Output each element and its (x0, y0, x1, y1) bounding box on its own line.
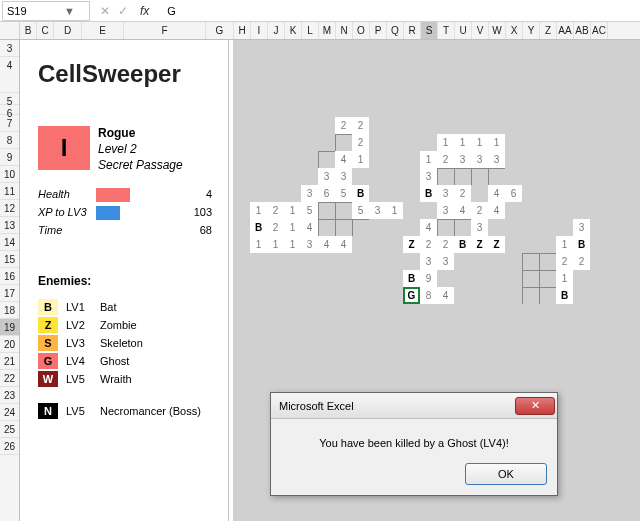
grid-cell[interactable] (352, 219, 369, 236)
col-header-K[interactable]: K (285, 22, 302, 39)
grid-cell[interactable]: 2 (437, 151, 454, 168)
grid-cell[interactable] (454, 168, 471, 185)
grid-cell[interactable]: B (403, 270, 420, 287)
grid-cell[interactable]: 3 (301, 236, 318, 253)
grid-cell[interactable]: 1 (284, 236, 301, 253)
grid-cell[interactable]: 1 (386, 202, 403, 219)
row-header-8[interactable]: 8 (0, 132, 19, 149)
grid-cell[interactable]: 5 (352, 202, 369, 219)
col-header-N[interactable]: N (336, 22, 353, 39)
row-header-10[interactable]: 10 (0, 166, 19, 183)
grid-cell[interactable]: 3 (420, 253, 437, 270)
grid-cell[interactable]: 1 (250, 202, 267, 219)
col-header-R[interactable]: R (404, 22, 421, 39)
grid-cell[interactable] (522, 253, 539, 270)
grid-cell[interactable]: 4 (488, 202, 505, 219)
grid-cell[interactable]: 3 (318, 168, 335, 185)
grid-cell[interactable]: B (454, 236, 471, 253)
grid-cell[interactable]: 3 (454, 151, 471, 168)
grid-cell[interactable]: 1 (284, 202, 301, 219)
grid-cell[interactable]: 1 (437, 134, 454, 151)
grid-cell[interactable]: 2 (352, 134, 369, 151)
col-header-AA[interactable]: AA (557, 22, 574, 39)
grid-cell[interactable]: 1 (250, 236, 267, 253)
col-header-W[interactable]: W (489, 22, 506, 39)
grid-cell[interactable]: 4 (454, 202, 471, 219)
grid-cell[interactable]: 4 (301, 219, 318, 236)
grid-cell[interactable]: 1 (556, 236, 573, 253)
col-header-C[interactable]: C (37, 22, 54, 39)
grid-cell[interactable]: 4 (335, 236, 352, 253)
row-header-13[interactable]: 13 (0, 217, 19, 234)
grid-cell[interactable]: 2 (556, 253, 573, 270)
ok-button[interactable]: OK (465, 463, 547, 485)
col-header-E[interactable]: E (82, 22, 124, 39)
grid-cell[interactable]: 1 (488, 134, 505, 151)
col-header-Z[interactable]: Z (540, 22, 557, 39)
select-all-corner[interactable] (0, 22, 20, 39)
row-header-23[interactable]: 23 (0, 387, 19, 404)
grid-cell[interactable]: 2 (454, 185, 471, 202)
grid-cell[interactable]: 4 (318, 236, 335, 253)
col-header-Q[interactable]: Q (387, 22, 404, 39)
grid-cell[interactable]: 3 (335, 168, 352, 185)
row-header-20[interactable]: 20 (0, 336, 19, 353)
grid-cell[interactable]: 2 (573, 253, 590, 270)
col-header-O[interactable]: O (353, 22, 370, 39)
grid-cell[interactable]: 4 (335, 151, 352, 168)
grid-cell[interactable]: 2 (267, 202, 284, 219)
grid-cell[interactable]: G (403, 287, 420, 304)
dialog-titlebar[interactable]: Microsoft Excel ✕ (271, 393, 557, 419)
grid-cell[interactable]: 1 (420, 151, 437, 168)
cancel-icon[interactable]: ✕ (100, 4, 110, 18)
grid-cell[interactable]: 5 (301, 202, 318, 219)
grid-cell[interactable] (437, 168, 454, 185)
grid-cell[interactable] (522, 287, 539, 304)
name-box[interactable]: S19 ▼ (2, 1, 90, 21)
row-header-11[interactable]: 11 (0, 183, 19, 200)
grid-cell[interactable]: Z (488, 236, 505, 253)
col-header-S[interactable]: S (421, 22, 438, 39)
grid-cell[interactable]: B (250, 219, 267, 236)
grid-cell[interactable] (335, 134, 352, 151)
grid-cell[interactable]: 6 (318, 185, 335, 202)
col-header-D[interactable]: D (54, 22, 82, 39)
col-header-AB[interactable]: AB (574, 22, 591, 39)
grid-cell[interactable]: B (352, 185, 369, 202)
grid-cell[interactable]: 2 (471, 202, 488, 219)
grid-cell[interactable] (318, 219, 335, 236)
row-header-17[interactable]: 17 (0, 285, 19, 302)
grid-cell[interactable] (471, 168, 488, 185)
col-header-G[interactable]: G (206, 22, 234, 39)
grid-cell[interactable]: 1 (267, 236, 284, 253)
row-header-21[interactable]: 21 (0, 353, 19, 370)
row-header-18[interactable]: 18 (0, 302, 19, 319)
grid-cell[interactable] (318, 202, 335, 219)
grid-cell[interactable] (488, 168, 505, 185)
row-header-19[interactable]: 19 (0, 319, 19, 336)
row-header-9[interactable]: 9 (0, 149, 19, 166)
row-header-25[interactable]: 25 (0, 421, 19, 438)
col-header-P[interactable]: P (370, 22, 387, 39)
grid-cell[interactable]: 3 (471, 151, 488, 168)
grid-cell[interactable]: 5 (335, 185, 352, 202)
col-header-X[interactable]: X (506, 22, 523, 39)
grid-cell[interactable]: B (420, 185, 437, 202)
grid-cell[interactable]: 4 (488, 185, 505, 202)
grid-cell[interactable]: 3 (437, 185, 454, 202)
grid-cell[interactable]: 1 (454, 134, 471, 151)
grid-cell[interactable]: 3 (573, 219, 590, 236)
col-header-M[interactable]: M (319, 22, 336, 39)
grid-cell[interactable] (539, 270, 556, 287)
grid-cell[interactable] (335, 219, 352, 236)
grid-cell[interactable]: 1 (556, 270, 573, 287)
grid-cell[interactable]: 3 (488, 151, 505, 168)
grid-cell[interactable]: 2 (352, 117, 369, 134)
name-box-dropdown-icon[interactable]: ▼ (46, 5, 89, 17)
grid-cell[interactable]: B (556, 287, 573, 304)
grid-cell[interactable]: 4 (420, 219, 437, 236)
col-header-F[interactable]: F (124, 22, 206, 39)
col-header-I[interactable]: I (251, 22, 268, 39)
grid-cell[interactable] (522, 270, 539, 287)
grid-cell[interactable]: 3 (471, 219, 488, 236)
